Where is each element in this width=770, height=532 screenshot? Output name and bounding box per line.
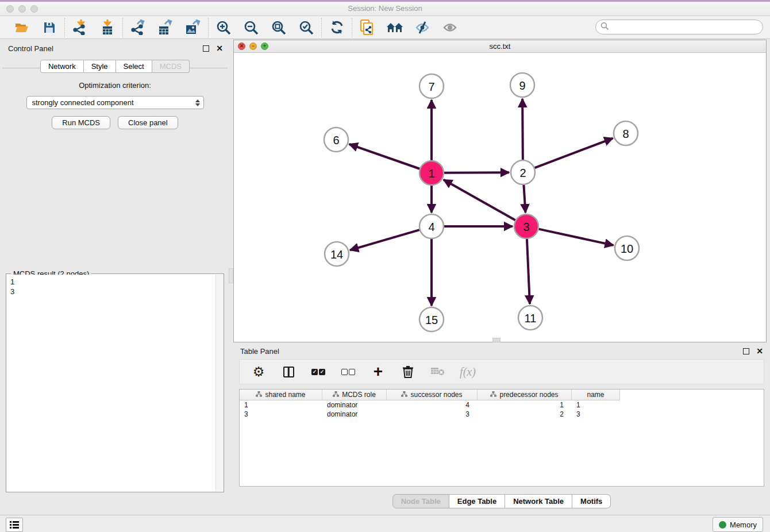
horizontal-splitter-grip[interactable] bbox=[492, 338, 500, 342]
maximize-icon[interactable]: + bbox=[261, 43, 268, 50]
close-panel-button[interactable]: Close panel bbox=[118, 116, 178, 129]
close-panel-icon[interactable]: ✕ bbox=[216, 45, 223, 52]
function-builder-icon: f(x) bbox=[459, 365, 476, 379]
clone-network-button[interactable] bbox=[359, 20, 375, 36]
table-row[interactable]: 3dominator323 bbox=[240, 410, 764, 419]
import-table-icon bbox=[101, 20, 114, 35]
split-columns-icon[interactable] bbox=[280, 367, 297, 377]
sort-tree-icon bbox=[333, 391, 339, 399]
minimize-icon[interactable]: − bbox=[249, 43, 257, 50]
node-table-header: shared nameMCDS rolesuccessor nodesprede… bbox=[240, 390, 764, 400]
main-toolbar bbox=[0, 16, 770, 39]
mcds-result-scrollbar[interactable] bbox=[215, 275, 223, 491]
cell-predecessor_nodes[interactable]: 1 bbox=[478, 400, 572, 410]
column-header-label: predecessor nodes bbox=[499, 391, 558, 399]
graph-edge-1-2[interactable] bbox=[444, 172, 509, 173]
cell-mcds_role[interactable]: dominator bbox=[322, 410, 387, 419]
graph-edge-4-14[interactable] bbox=[350, 230, 419, 250]
export-image-button[interactable] bbox=[185, 20, 201, 36]
tab-network[interactable]: Network bbox=[40, 60, 84, 73]
close-table-panel-icon[interactable]: ✕ bbox=[756, 348, 763, 354]
add-column-icon[interactable]: + bbox=[369, 365, 387, 378]
column-header-successor-nodes[interactable]: successor nodes bbox=[387, 390, 478, 400]
optimization-criterion-label: Optimization criterion: bbox=[2, 81, 228, 90]
mcds-result-box: MCDS result (2 nodes) 1 3 bbox=[6, 273, 224, 492]
graph-node-label-1: 1 bbox=[428, 167, 434, 180]
mcds-result-text[interactable]: 1 3 bbox=[7, 275, 215, 491]
tab-motifs[interactable]: Motifs bbox=[572, 494, 611, 508]
column-header-shared-name[interactable]: shared name bbox=[240, 390, 322, 400]
tab-edge-table[interactable]: Edge Table bbox=[449, 494, 505, 508]
tab-node-table[interactable]: Node Table bbox=[392, 494, 449, 508]
graph-edge-1-6[interactable] bbox=[349, 144, 420, 169]
criterion-select[interactable]: strongly connected component bbox=[26, 96, 204, 109]
table-panel-title: Table Panel bbox=[240, 347, 743, 356]
column-header-predecessor-nodes[interactable]: predecessor nodes bbox=[478, 390, 572, 400]
tab-mcds[interactable]: MCDS bbox=[152, 60, 190, 73]
export-image-icon bbox=[185, 20, 201, 35]
graph-edge-2-3[interactable] bbox=[523, 185, 525, 213]
zoom-fit-button[interactable] bbox=[271, 20, 287, 36]
graph-node-label-15: 15 bbox=[425, 314, 438, 326]
float-table-panel-icon[interactable] bbox=[743, 348, 749, 354]
select-all-checkboxes-icon[interactable]: ✓✓ bbox=[310, 369, 327, 375]
network-canvas[interactable]: 1234678910111415 bbox=[234, 53, 766, 342]
delete-table-icon bbox=[429, 367, 446, 377]
cell-shared_name[interactable]: 3 bbox=[240, 410, 322, 419]
settings-gear-icon[interactable]: ⚙ bbox=[250, 365, 267, 379]
home-view-button[interactable] bbox=[387, 20, 403, 36]
zoom-out-button[interactable] bbox=[243, 20, 259, 36]
vertical-splitter-grip[interactable] bbox=[229, 268, 233, 283]
graph-edge-2-8[interactable] bbox=[535, 138, 613, 168]
graph-node-label-14: 14 bbox=[330, 248, 343, 261]
tab-style[interactable]: Style bbox=[84, 60, 116, 73]
graph-node-label-3: 3 bbox=[523, 221, 529, 233]
list-icon bbox=[10, 521, 19, 529]
graph-edge-3-1[interactable] bbox=[444, 180, 515, 220]
import-table-button[interactable] bbox=[99, 20, 116, 36]
import-network-button[interactable] bbox=[72, 20, 88, 36]
export-table-button[interactable] bbox=[157, 20, 174, 36]
network-graph[interactable]: 1234678910111415 bbox=[234, 53, 766, 342]
deselect-checkboxes-icon[interactable] bbox=[340, 369, 357, 375]
graph-edge-3-10[interactable] bbox=[538, 229, 613, 245]
network-window-titlebar[interactable]: ✕ − + scc.txt bbox=[234, 40, 766, 53]
zoom-selected-icon bbox=[299, 20, 314, 35]
table-row[interactable]: 1dominator411 bbox=[240, 400, 764, 410]
cell-shared_name[interactable]: 1 bbox=[240, 400, 322, 410]
export-network-button[interactable] bbox=[130, 20, 146, 36]
task-history-button[interactable] bbox=[6, 518, 23, 532]
save-session-button[interactable] bbox=[41, 20, 57, 36]
column-header-MCDS-role[interactable]: MCDS role bbox=[322, 390, 387, 400]
window-titlebar: Session: New Session bbox=[0, 2, 770, 16]
node-table-rows: 1dominator4113dominator323 bbox=[240, 400, 764, 419]
column-header-name[interactable]: name bbox=[572, 390, 620, 400]
memory-button[interactable]: Memory bbox=[713, 517, 763, 532]
search-input[interactable] bbox=[595, 20, 763, 34]
cell-name[interactable]: 1 bbox=[572, 400, 620, 410]
hide-panels-button[interactable] bbox=[414, 20, 430, 36]
column-header-label: MCDS role bbox=[342, 391, 376, 399]
graph-edge-2-9[interactable] bbox=[522, 99, 523, 160]
tab-network-table[interactable]: Network Table bbox=[505, 494, 572, 508]
cell-successor_nodes[interactable]: 3 bbox=[387, 410, 478, 419]
close-icon[interactable]: ✕ bbox=[238, 43, 245, 50]
refresh-view-button[interactable] bbox=[329, 20, 345, 36]
float-panel-icon[interactable] bbox=[203, 45, 209, 52]
cell-name[interactable]: 3 bbox=[572, 410, 620, 419]
run-mcds-button[interactable]: Run MCDS bbox=[52, 116, 110, 129]
show-view-button[interactable] bbox=[442, 20, 458, 36]
zoom-in-button[interactable] bbox=[215, 20, 232, 36]
cell-successor_nodes[interactable]: 4 bbox=[387, 400, 478, 410]
open-session-button[interactable] bbox=[14, 20, 30, 36]
graph-edge-3-11[interactable] bbox=[527, 239, 530, 304]
delete-column-icon[interactable] bbox=[399, 365, 417, 378]
table-toolbar: ⚙ ✓✓ + f(x) bbox=[239, 359, 764, 384]
tab-select[interactable]: Select bbox=[116, 60, 152, 73]
refresh-icon bbox=[330, 20, 344, 34]
cell-mcds_role[interactable]: dominator bbox=[322, 400, 387, 410]
zoom-selected-button[interactable] bbox=[298, 20, 314, 36]
cell-predecessor_nodes[interactable]: 2 bbox=[478, 410, 572, 419]
zoom-in-icon bbox=[216, 20, 231, 35]
window-title: Session: New Session bbox=[0, 4, 770, 13]
